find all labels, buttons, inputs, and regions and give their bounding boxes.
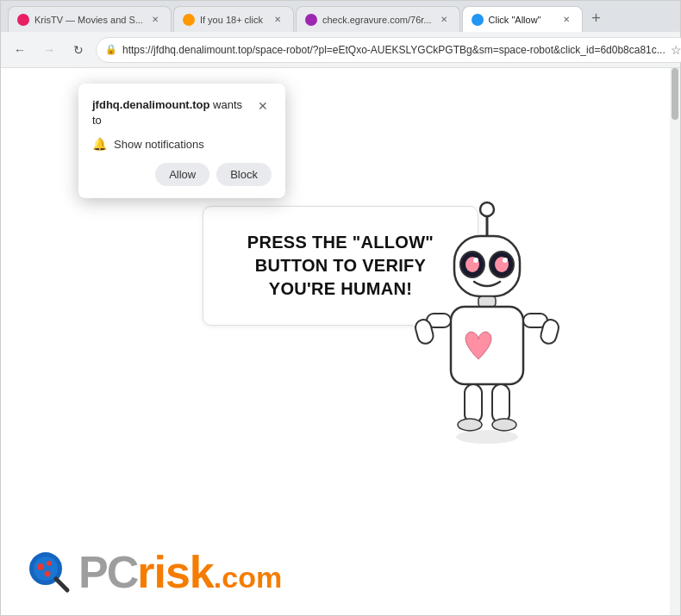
- svg-point-24: [45, 571, 51, 577]
- tab-4-favicon: [472, 14, 484, 26]
- tab-2-favicon: [183, 14, 195, 26]
- back-button[interactable]: ←: [8, 38, 32, 62]
- tab-3-favicon: [305, 14, 317, 26]
- tab-2-close[interactable]: ✕: [271, 13, 284, 27]
- popup-close-button[interactable]: ✕: [254, 97, 272, 115]
- pcrisk-text: PC risk .com: [78, 546, 282, 598]
- svg-point-21: [34, 557, 58, 581]
- svg-line-25: [56, 579, 67, 590]
- svg-point-8: [503, 258, 508, 263]
- popup-header: jfdhq.denalimount.top wants to ✕: [92, 97, 272, 128]
- tab-4-close[interactable]: ✕: [559, 13, 573, 27]
- svg-point-5: [473, 258, 478, 263]
- svg-rect-17: [492, 384, 509, 423]
- allow-button[interactable]: Allow: [155, 163, 209, 186]
- back-icon: ←: [14, 43, 26, 57]
- center-area: PRESS THE "ALLOW" BUTTON TO VERIFY YOU'R…: [82, 189, 599, 326]
- pcrisk-icon: [27, 550, 72, 594]
- notification-popup: jfdhq.denalimount.top wants to ✕ 🔔 Show …: [78, 84, 285, 198]
- forward-icon: →: [43, 43, 55, 57]
- popup-notification-row: 🔔 Show notifications: [92, 137, 272, 151]
- pcrisk-dotcom-text: .com: [214, 561, 282, 594]
- browser-frame: KrisTV — Movies and S... ✕ If you 18+ cl…: [0, 0, 681, 616]
- pcrisk-logo: PC risk .com: [27, 546, 282, 598]
- svg-point-16: [458, 419, 482, 431]
- url-text: https://jfdhq.denalimount.top/space-robo…: [122, 44, 665, 56]
- svg-point-18: [492, 419, 516, 431]
- popup-site: jfdhq.denalimount.top: [92, 98, 209, 111]
- svg-point-22: [37, 563, 44, 570]
- robot-illustration: [401, 189, 573, 464]
- scrollbar-thumb[interactable]: [672, 68, 678, 120]
- scrollbar[interactable]: [670, 68, 680, 615]
- browser-content: jfdhq.denalimount.top wants to ✕ 🔔 Show …: [1, 68, 680, 615]
- popup-buttons: Allow Block: [92, 163, 272, 186]
- tab-3[interactable]: check.egravure.com/76r... ✕: [296, 6, 460, 32]
- reload-icon: ↻: [73, 43, 84, 57]
- svg-point-23: [47, 561, 52, 566]
- svg-point-19: [456, 430, 518, 444]
- tab-1-favicon: [17, 14, 29, 26]
- tab-4[interactable]: Click "Allow" ✕: [462, 6, 583, 32]
- tab-1-title: KrisTV — Movies and S...: [34, 15, 143, 25]
- tab-1-close[interactable]: ✕: [148, 13, 162, 27]
- popup-notification-label: Show notifications: [114, 138, 204, 151]
- forward-button[interactable]: →: [37, 38, 61, 62]
- pcrisk-pc-text: PC: [78, 546, 137, 598]
- popup-title: jfdhq.denalimount.top wants to: [92, 97, 254, 128]
- tab-4-title: Click "Allow": [489, 15, 554, 25]
- svg-point-1: [480, 202, 494, 216]
- tab-bar: KrisTV — Movies and S... ✕ If you 18+ cl…: [1, 1, 680, 32]
- toolbar: ← → ↻ 🔒 https://jfdhq.denalimount.top/sp…: [1, 32, 680, 68]
- tab-1[interactable]: KrisTV — Movies and S... ✕: [8, 6, 172, 32]
- new-tab-button[interactable]: +: [584, 6, 609, 30]
- svg-rect-9: [478, 296, 496, 307]
- reload-button[interactable]: ↻: [66, 38, 91, 62]
- svg-rect-15: [465, 384, 482, 423]
- tab-3-title: check.egravure.com/76r...: [322, 15, 432, 25]
- bell-icon: 🔔: [92, 137, 107, 151]
- bookmark-icon[interactable]: ☆: [671, 43, 681, 57]
- lock-icon: 🔒: [105, 44, 117, 55]
- pcrisk-risk-text: risk: [137, 546, 214, 598]
- address-bar[interactable]: 🔒 https://jfdhq.denalimount.top/space-ro…: [96, 37, 681, 63]
- tab-3-close[interactable]: ✕: [437, 13, 451, 27]
- tab-2[interactable]: If you 18+ click ✕: [173, 6, 294, 32]
- tab-2-title: If you 18+ click: [200, 15, 266, 25]
- block-button[interactable]: Block: [216, 163, 272, 186]
